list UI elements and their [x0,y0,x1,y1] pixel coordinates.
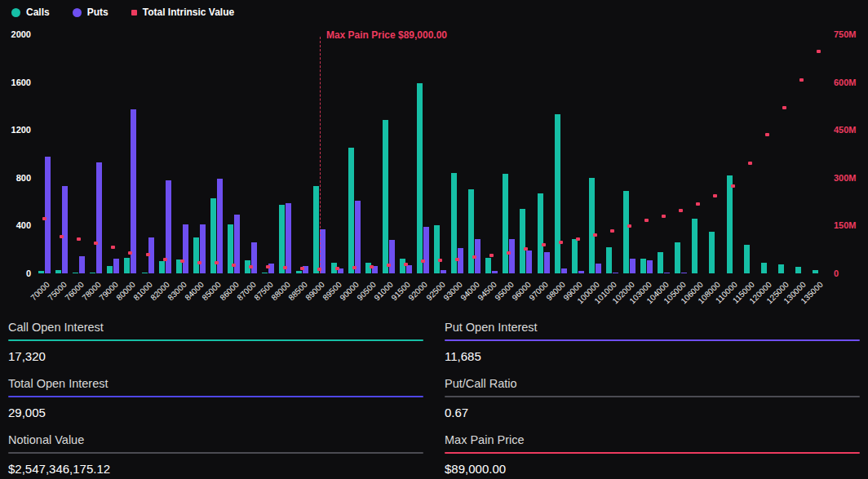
puts-bar [286,203,291,273]
calls-bar [555,114,560,273]
intrinsic-value-dot [559,241,563,244]
puts-bar [200,224,206,273]
calls-bar [73,273,78,273]
calls-bar [503,174,508,273]
legend-item-puts[interactable]: Puts [73,7,108,18]
legend-item-calls[interactable]: Calls [11,7,50,18]
intrinsic-value-dot [300,267,304,270]
intrinsic-value-dot [438,259,442,262]
calls-swatch-icon [11,8,20,17]
max-pain-dashboard: Calls Puts Total Intrinsic Value 0400800… [0,0,868,477]
intrinsic-value-dot [662,215,666,218]
stat-total-open-interest: Total Open Interest 29,005 [8,376,423,421]
intrinsic-value-dot [197,261,202,264]
calls-bar [606,247,612,273]
calls-bar [38,271,44,273]
puts-bar [183,224,188,273]
intrinsic-value-dot [748,162,752,165]
intrinsic-value-dot [128,251,132,255]
stat-value: 0.67 [445,405,860,421]
calls-bar [383,120,388,273]
puts-bar [526,251,532,273]
puts-bar [613,273,618,273]
intrinsic-value-dot [524,247,528,251]
intrinsic-value-dot [352,266,356,269]
calls-bar [520,209,525,273]
puts-bar [578,271,584,273]
intrinsic-value-dot [60,235,64,238]
puts-bar [423,227,429,273]
calls-bar [658,252,663,273]
puts-bar [131,109,136,273]
stat-notional-value: Notional Value $2,547,346,175.12 [8,432,423,477]
calls-bar [589,178,595,273]
calls-bar [468,189,474,273]
intrinsic-value-dot [542,243,546,246]
right-axis-tick: 150M [834,220,866,231]
intrinsic-value-dot [111,246,115,249]
calls-bar [434,225,440,273]
calls-bar [761,263,767,273]
legend-item-total-intrinsic-value[interactable]: Total Intrinsic Value [131,7,234,18]
right-axis-tick: 300M [834,172,866,184]
stat-value: $2,547,346,175.12 [8,461,423,477]
calls-bar [55,270,61,273]
calls-bar [313,186,319,273]
stat-label: Call Open Interest [8,320,423,335]
intrinsic-value-dot [472,255,476,259]
stat-label: Max Pain Price [445,432,860,448]
intrinsic-value-dot [507,251,511,255]
calls-bar [417,83,423,273]
stat-label: Put/Call Ratio [445,376,860,392]
puts-bar [45,157,51,273]
puts-bar [217,179,223,273]
puts-bar [320,229,326,273]
max-pain-line [320,37,321,273]
right-axis-tick: 0 [834,268,866,279]
calls-bar [813,270,818,273]
intrinsic-value-dot [765,133,769,136]
puts-bar [96,162,102,273]
intrinsic-value-swatch-icon [131,10,137,16]
intrinsic-value-dot [249,265,253,268]
calls-bar [262,273,268,273]
intrinsic-value-dot [455,258,459,261]
plot-area: Max Pain Price $89,000.00 [36,34,827,273]
calls-bar [675,242,680,273]
intrinsic-value-dot [163,258,167,261]
legend-label-intrinsic-value: Total Intrinsic Value [143,7,234,18]
right-axis-tick: 450M [834,124,866,135]
calls-bar [744,245,750,273]
puts-bar [492,271,498,273]
stat-max-pain-price: Max Pain Price $89,000.00 [445,432,860,477]
intrinsic-value-dot [42,217,46,220]
calls-bar [279,205,285,273]
puts-bar [251,242,257,273]
left-axis-tick: 800 [3,172,31,184]
calls-bar [124,258,130,273]
intrinsic-value-dot [696,202,700,206]
puts-bar [113,259,119,273]
intrinsic-value-dot [266,265,270,268]
stat-put-call-ratio: Put/Call Ratio 0.67 [445,376,860,421]
intrinsic-value-dot [627,224,631,228]
intrinsic-value-dot [713,194,717,197]
puts-bar [664,273,670,273]
stat-value: $89,000.00 [445,461,860,477]
left-axis-tick: 1600 [3,77,31,88]
intrinsic-value-dot [576,237,580,241]
left-axis-tick: 2000 [3,29,31,40]
puts-bar [441,270,446,273]
stat-divider [8,339,423,341]
intrinsic-value-dot [146,253,150,256]
puts-bar [406,265,412,273]
stat-divider [8,396,423,397]
chart-legend: Calls Puts Total Intrinsic Value [11,7,234,18]
calls-bar [485,258,491,273]
calls-bar [795,267,801,273]
intrinsic-value-dot [679,209,683,212]
puts-bar [630,259,636,273]
calls-bar [142,273,148,273]
intrinsic-value-dot [404,263,408,266]
puts-bar [509,239,515,273]
